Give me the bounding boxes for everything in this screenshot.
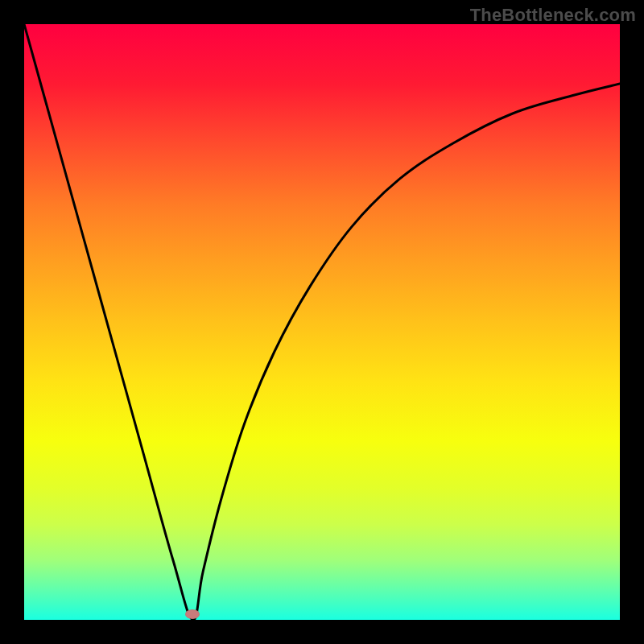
- minimum-marker: [185, 609, 200, 619]
- plot-area: [24, 24, 620, 620]
- curve-path: [24, 24, 620, 620]
- chart-container: TheBottleneck.com: [0, 0, 644, 644]
- attribution-text: TheBottleneck.com: [470, 5, 636, 26]
